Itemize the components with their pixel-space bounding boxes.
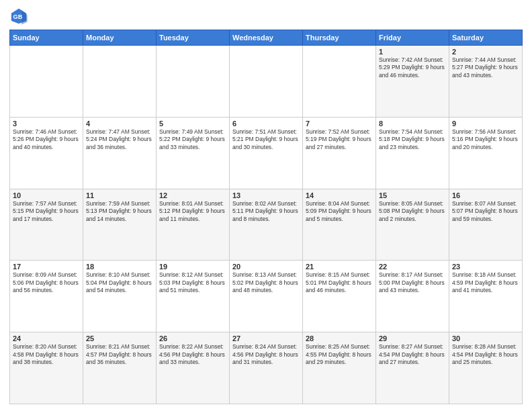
day-cell: 18Sunrise: 8:10 AM Sunset: 5:04 PM Dayli… [83,261,157,332]
day-cell: 27Sunrise: 8:24 AM Sunset: 4:56 PM Dayli… [230,332,303,404]
logo: GB [9,7,31,26]
header: GB [9,7,523,26]
day-info: Sunrise: 7:54 AM Sunset: 5:18 PM Dayligh… [379,128,446,151]
day-number: 7 [306,120,373,128]
day-cell: 11Sunrise: 7:59 AM Sunset: 5:13 PM Dayli… [83,189,157,261]
day-cell: 24Sunrise: 8:20 AM Sunset: 4:58 PM Dayli… [10,332,83,404]
day-info: Sunrise: 8:02 AM Sunset: 5:11 PM Dayligh… [232,200,300,223]
day-cell: 25Sunrise: 8:21 AM Sunset: 4:57 PM Dayli… [83,332,157,404]
day-info: Sunrise: 8:27 AM Sunset: 4:54 PM Dayligh… [379,343,446,366]
day-number: 20 [232,263,300,271]
day-cell [230,46,303,118]
col-header-tuesday: Tuesday [157,30,230,46]
day-info: Sunrise: 8:09 AM Sunset: 5:06 PM Dayligh… [13,271,80,294]
day-number: 22 [379,263,446,271]
day-cell: 29Sunrise: 8:27 AM Sunset: 4:54 PM Dayli… [376,332,449,404]
day-info: Sunrise: 7:51 AM Sunset: 5:21 PM Dayligh… [232,128,300,151]
week-row-2: 10Sunrise: 7:57 AM Sunset: 5:15 PM Dayli… [10,189,523,261]
day-info: Sunrise: 8:18 AM Sunset: 4:59 PM Dayligh… [452,271,519,294]
day-cell: 14Sunrise: 8:04 AM Sunset: 5:09 PM Dayli… [303,189,376,261]
day-cell: 4Sunrise: 7:47 AM Sunset: 5:24 PM Daylig… [83,117,157,189]
day-number: 3 [13,120,80,128]
day-cell: 28Sunrise: 8:25 AM Sunset: 4:55 PM Dayli… [303,332,376,404]
day-cell: 5Sunrise: 7:49 AM Sunset: 5:22 PM Daylig… [157,117,230,189]
day-cell: 17Sunrise: 8:09 AM Sunset: 5:06 PM Dayli… [10,261,83,332]
week-row-3: 17Sunrise: 8:09 AM Sunset: 5:06 PM Dayli… [10,261,523,332]
day-number: 29 [379,334,446,342]
day-info: Sunrise: 8:20 AM Sunset: 4:58 PM Dayligh… [13,343,80,366]
day-number: 17 [13,263,80,271]
day-info: Sunrise: 8:24 AM Sunset: 4:56 PM Dayligh… [232,343,300,366]
day-cell: 6Sunrise: 7:51 AM Sunset: 5:21 PM Daylig… [230,117,303,189]
day-number: 15 [379,191,446,199]
day-info: Sunrise: 7:44 AM Sunset: 5:27 PM Dayligh… [452,56,519,79]
day-cell: 20Sunrise: 8:13 AM Sunset: 5:02 PM Dayli… [230,261,303,332]
day-info: Sunrise: 8:07 AM Sunset: 5:07 PM Dayligh… [452,200,519,223]
day-number: 2 [452,48,519,56]
day-number: 27 [232,334,300,342]
day-number: 23 [452,263,519,271]
day-cell: 3Sunrise: 7:46 AM Sunset: 5:26 PM Daylig… [10,117,83,189]
day-info: Sunrise: 7:57 AM Sunset: 5:15 PM Dayligh… [13,200,80,223]
day-cell: 19Sunrise: 8:12 AM Sunset: 5:03 PM Dayli… [157,261,230,332]
day-cell: 22Sunrise: 8:17 AM Sunset: 5:00 PM Dayli… [376,261,449,332]
day-number: 5 [159,120,226,128]
col-header-friday: Friday [376,30,449,46]
day-cell: 21Sunrise: 8:15 AM Sunset: 5:01 PM Dayli… [303,261,376,332]
day-info: Sunrise: 7:56 AM Sunset: 5:16 PM Dayligh… [452,128,519,151]
day-number: 19 [159,263,226,271]
day-info: Sunrise: 8:25 AM Sunset: 4:55 PM Dayligh… [306,343,373,366]
day-cell: 8Sunrise: 7:54 AM Sunset: 5:18 PM Daylig… [376,117,449,189]
day-cell [10,46,83,118]
day-number: 8 [379,120,446,128]
week-row-0: 1Sunrise: 7:42 AM Sunset: 5:29 PM Daylig… [10,46,523,118]
day-number: 9 [452,120,519,128]
day-info: Sunrise: 8:15 AM Sunset: 5:01 PM Dayligh… [306,271,373,294]
svg-text:GB: GB [13,13,23,20]
day-cell: 16Sunrise: 8:07 AM Sunset: 5:07 PM Dayli… [449,189,523,261]
day-cell: 15Sunrise: 8:05 AM Sunset: 5:08 PM Dayli… [376,189,449,261]
day-cell: 2Sunrise: 7:44 AM Sunset: 5:27 PM Daylig… [449,46,523,118]
day-info: Sunrise: 8:13 AM Sunset: 5:02 PM Dayligh… [232,271,300,294]
day-cell: 7Sunrise: 7:52 AM Sunset: 5:19 PM Daylig… [303,117,376,189]
calendar-header: SundayMondayTuesdayWednesdayThursdayFrid… [10,30,523,46]
day-cell: 12Sunrise: 8:01 AM Sunset: 5:12 PM Dayli… [157,189,230,261]
day-number: 13 [232,191,300,199]
day-info: Sunrise: 8:04 AM Sunset: 5:09 PM Dayligh… [306,200,373,223]
day-info: Sunrise: 7:59 AM Sunset: 5:13 PM Dayligh… [86,200,153,223]
logo-icon: GB [9,7,28,26]
page: GB SundayMondayTuesdayWednesdayThursdayF… [0,0,532,411]
calendar: SundayMondayTuesdayWednesdayThursdayFrid… [9,30,523,404]
day-info: Sunrise: 8:01 AM Sunset: 5:12 PM Dayligh… [159,200,226,223]
day-number: 18 [86,263,153,271]
day-info: Sunrise: 8:12 AM Sunset: 5:03 PM Dayligh… [159,271,226,294]
day-number: 21 [306,263,373,271]
day-info: Sunrise: 7:46 AM Sunset: 5:26 PM Dayligh… [13,128,80,151]
col-header-sunday: Sunday [10,30,83,46]
day-cell [83,46,157,118]
day-number: 28 [306,334,373,342]
day-info: Sunrise: 8:21 AM Sunset: 4:57 PM Dayligh… [86,343,153,366]
day-info: Sunrise: 8:10 AM Sunset: 5:04 PM Dayligh… [86,271,153,294]
day-number: 16 [452,191,519,199]
day-number: 12 [159,191,226,199]
col-header-monday: Monday [83,30,157,46]
day-number: 30 [452,334,519,342]
day-cell: 30Sunrise: 8:28 AM Sunset: 4:54 PM Dayli… [449,332,523,404]
day-number: 24 [13,334,80,342]
day-info: Sunrise: 7:49 AM Sunset: 5:22 PM Dayligh… [159,128,226,151]
day-number: 10 [13,191,80,199]
day-cell: 26Sunrise: 8:22 AM Sunset: 4:56 PM Dayli… [157,332,230,404]
day-number: 25 [86,334,153,342]
week-row-4: 24Sunrise: 8:20 AM Sunset: 4:58 PM Dayli… [10,332,523,404]
day-number: 11 [86,191,153,199]
day-cell: 23Sunrise: 8:18 AM Sunset: 4:59 PM Dayli… [449,261,523,332]
day-cell: 13Sunrise: 8:02 AM Sunset: 5:11 PM Dayli… [230,189,303,261]
day-number: 1 [379,48,446,56]
day-number: 14 [306,191,373,199]
col-header-thursday: Thursday [303,30,376,46]
day-cell [303,46,376,118]
calendar-body: 1Sunrise: 7:42 AM Sunset: 5:29 PM Daylig… [10,46,523,404]
col-header-saturday: Saturday [449,30,523,46]
col-header-wednesday: Wednesday [230,30,303,46]
